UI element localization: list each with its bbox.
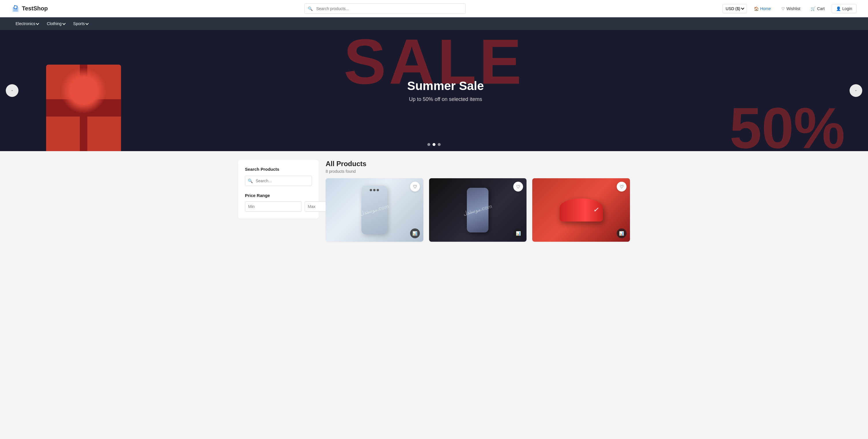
currency-selector[interactable]: USD ($)	[722, 4, 747, 13]
cart-label: Cart	[817, 6, 825, 11]
heart-icon-iphone: ♡	[413, 184, 417, 189]
header-search-input[interactable]	[304, 3, 466, 14]
nav-clothing-label: Clothing	[47, 21, 61, 26]
product-image-iphone: موستدل.com ♡ 📊	[326, 178, 423, 242]
currency-chevron-icon	[741, 6, 744, 9]
home-icon: 🏠	[754, 6, 759, 11]
sidebar: Search Products 🔍 Price Range	[238, 160, 319, 218]
cam-dot-3	[377, 189, 379, 191]
product-image-samsung: موستدل.com ♡ 📊	[429, 178, 527, 242]
phone-shape	[361, 185, 387, 234]
wishlist-button[interactable]: ♡ Wishlist	[778, 4, 804, 13]
nav-item-sports[interactable]: Sports	[69, 17, 92, 30]
product-card-iphone: موستدل.com ♡ 📊	[326, 178, 423, 242]
nav-item-electronics[interactable]: Electronics	[11, 17, 43, 30]
carousel-dot-1[interactable]	[427, 143, 430, 146]
heart-icon-nike: ♡	[620, 184, 624, 189]
cart-button[interactable]: 🛒 Cart	[807, 4, 828, 13]
price-range-inputs	[245, 201, 312, 212]
cart-icon: 🛒	[811, 6, 815, 11]
user-icon: 👤	[836, 6, 841, 11]
heart-icon: ♡	[781, 6, 785, 11]
carousel-dot-2[interactable]	[433, 143, 435, 146]
currency-value: USD ($)	[726, 6, 740, 11]
home-button[interactable]: 🏠 Home	[750, 4, 774, 13]
samsung-image	[429, 178, 527, 242]
header-search-bar: 🔍	[304, 3, 466, 14]
carousel-dots	[427, 143, 441, 146]
carousel-next-button[interactable]	[849, 84, 862, 97]
carousel-dot-3[interactable]	[438, 143, 441, 146]
electronics-chevron-icon	[36, 22, 39, 25]
chevron-right-icon	[856, 90, 857, 91]
sidebar-search-title: Search Products	[245, 167, 312, 172]
login-button[interactable]: 👤 Login	[832, 4, 857, 13]
price-min-input[interactable]	[245, 201, 302, 212]
login-label: Login	[842, 6, 852, 11]
wishlist-label: Wishlist	[786, 6, 800, 11]
product-chart-btn-nike[interactable]: 📊	[617, 229, 626, 238]
gift-bow	[46, 65, 121, 151]
sports-chevron-icon	[86, 22, 89, 25]
nav-sports-label: Sports	[73, 21, 85, 26]
heart-icon-samsung: ♡	[516, 184, 520, 189]
logo-icon	[11, 5, 20, 13]
samsung-phone-shape	[467, 188, 489, 232]
carousel-prev-button[interactable]	[6, 84, 19, 97]
phone-camera	[370, 189, 379, 191]
logo[interactable]: TestShop	[11, 5, 48, 13]
header: TestShop 🔍 USD ($) 🏠 Home ♡ Wishlist 🛒 C…	[0, 0, 868, 17]
iphone-image	[326, 178, 423, 242]
chevron-left-icon	[12, 90, 13, 91]
products-grid: موستدل.com ♡ 📊 موستدل.	[326, 178, 630, 242]
cam-dot-1	[370, 189, 372, 191]
hero-subtitle: Up to 50% off on selected items	[407, 96, 484, 103]
clothing-chevron-icon	[62, 22, 65, 25]
products-title: All Products	[326, 160, 630, 168]
nav-item-clothing[interactable]: Clothing	[43, 17, 69, 30]
main-layout: Search Products 🔍 Price Range All Produc…	[232, 151, 636, 251]
nike-swoosh-icon: ✓	[593, 206, 598, 214]
chart-icon-samsung: 📊	[516, 231, 521, 236]
product-image-nike: ✓ ♡ 📊	[532, 178, 630, 242]
products-header: All Products 8 products found	[326, 160, 630, 174]
hero-carousel: SALE 50% Summer Sale Up to 50% off on se…	[0, 30, 868, 151]
product-card-samsung: موستدل.com ♡ 📊	[429, 178, 527, 242]
sidebar-search-container: 🔍	[245, 176, 312, 186]
hero-content: Summer Sale Up to 50% off on selected it…	[407, 79, 484, 103]
nike-image: ✓	[532, 178, 630, 242]
sidebar-search-input[interactable]	[245, 176, 312, 186]
sidebar-search-icon: 🔍	[248, 179, 253, 183]
product-chart-btn-iphone[interactable]: 📊	[410, 229, 420, 238]
hero-title: Summer Sale	[407, 79, 484, 93]
header-actions: USD ($) 🏠 Home ♡ Wishlist 🛒 Cart 👤 Login	[722, 4, 857, 13]
product-wishlist-btn-nike[interactable]: ♡	[617, 182, 626, 192]
nav-electronics-label: Electronics	[16, 21, 35, 26]
shoe-shape: ✓	[560, 199, 603, 222]
product-wishlist-btn-iphone[interactable]: ♡	[410, 182, 420, 192]
home-label: Home	[760, 6, 771, 11]
product-card-nike: ✓ ♡ 📊	[532, 178, 630, 242]
chart-icon-iphone: 📊	[412, 231, 417, 236]
gift-box-decoration	[46, 65, 121, 151]
logo-text: TestShop	[22, 5, 48, 12]
chart-icon-nike: 📊	[619, 231, 624, 236]
price-range-title: Price Range	[245, 193, 312, 198]
navigation: Electronics Clothing Sports	[0, 17, 868, 30]
fifty-percent-text: 50%	[730, 99, 845, 151]
header-search-icon: 🔍	[308, 6, 313, 11]
products-section: All Products 8 products found	[326, 160, 630, 242]
cam-dot-2	[373, 189, 375, 191]
products-count: 8 products found	[326, 169, 630, 174]
